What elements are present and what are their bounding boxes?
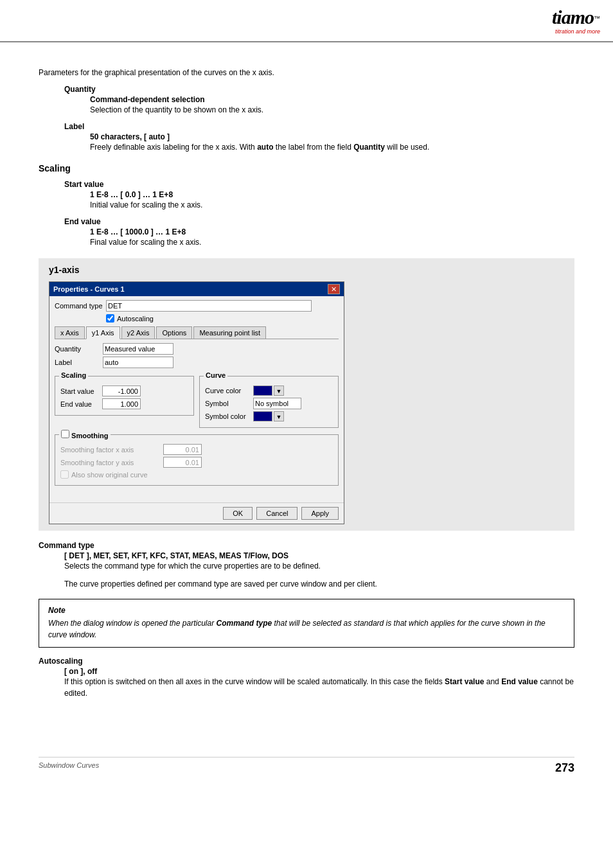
end-value-field-row: End value 1.000 (60, 398, 188, 409)
command-type-section: Command type [ DET ], MET, SET, KFT, KFC… (39, 541, 574, 590)
autoscaling-section: Autoscaling [ on ], off If this option i… (39, 657, 574, 699)
end-value-field-label: End value (60, 400, 102, 408)
autoscaling-bold2: End value (501, 677, 538, 686)
logo-tm: ™ (594, 15, 600, 22)
logo-tagline: titration and more (552, 28, 600, 35)
start-value-desc: Initial value for scaling the x axis. (90, 199, 574, 211)
smoothing-y-label: Smoothing factor y axis (60, 459, 163, 466)
smoothing-box-label: Smoothing (59, 430, 111, 439)
scaling-box: Scaling Start value -1.000 End value 1.0… (55, 376, 194, 416)
footer-left: Subwindow Curves (39, 761, 99, 775)
note-title: Note (48, 606, 565, 615)
symbol-select-wrapper[interactable]: No symbol (253, 398, 301, 409)
label-select[interactable]: auto (103, 357, 173, 368)
quantity-section: Quantity Command-dependent selection Sel… (64, 85, 574, 116)
scaling-group: Scaling Start value -1.000 End value 1.0… (55, 373, 194, 430)
end-value-label: End value (64, 217, 574, 226)
page-footer: Subwindow Curves 273 (39, 757, 574, 775)
note-text: When the dialog window is opened the par… (48, 617, 565, 641)
note-box: Note When the dialog window is opened th… (39, 599, 574, 648)
autoscaling-content: [ on ], off If this option is switched o… (64, 667, 574, 699)
label-field-row: Label auto (55, 357, 339, 368)
curve-color-box (253, 385, 272, 396)
cancel-button[interactable]: Cancel (256, 507, 298, 520)
smoothing-y-row: Smoothing factor y axis 0.01 (60, 457, 333, 468)
end-value-range: 1 E-8 … [ 1000.0 ] … 1 E+8 (90, 227, 574, 236)
label-field-label: Label (55, 359, 103, 366)
symbol-color-select-wrapper[interactable]: ▼ (274, 411, 284, 421)
start-value-content: 1 E-8 … [ 0.0 ] … 1 E+8 Initial value fo… (90, 190, 574, 211)
y1axis-section: y1-axis Properties - Curves 1 ✕ Command … (39, 258, 574, 531)
scaling-box-label: Scaling (59, 371, 88, 379)
symbol-label: Symbol (205, 400, 253, 407)
smoothing-x-input[interactable]: 0.01 (163, 444, 202, 455)
quantity-select[interactable]: Measured value (103, 343, 173, 355)
apply-button[interactable]: Apply (301, 507, 339, 520)
start-value-range: 1 E-8 … [ 0.0 ] … 1 E+8 (90, 190, 574, 199)
page-content: Parameters for the graphical presentatio… (0, 54, 613, 801)
tab-y1-axis[interactable]: y1 Axis (86, 326, 120, 339)
dialog-tabs: x Axis y1 Axis y2 Axis Options Measuring… (55, 326, 339, 339)
properties-dialog: Properties - Curves 1 ✕ Command type DET (49, 281, 344, 524)
page-header: tiamo™ titration and more (0, 0, 613, 42)
symbol-color-row: Symbol color ▼ (205, 411, 333, 421)
scaling-content: Start value 1 E-8 … [ 0.0 ] … 1 E+8 Init… (64, 180, 574, 248)
curve-box-label: Curve (204, 371, 227, 379)
quantity-label: Quantity (64, 85, 574, 94)
dialog-close-button[interactable]: ✕ (328, 284, 340, 294)
tab-x-axis[interactable]: x Axis (55, 326, 85, 339)
curve-color-select-wrapper[interactable]: ▼ (274, 385, 284, 396)
autoscaling-section-title: Autoscaling (39, 657, 574, 666)
also-show-label: Also show original curve (71, 471, 148, 479)
curve-group: Curve Curve color ▼ (199, 373, 339, 430)
start-value-field-label: Start value (60, 387, 102, 395)
autoscaling-mid: and (484, 677, 501, 686)
quantity-select-wrapper[interactable]: Measured value (103, 343, 173, 355)
start-value-input[interactable]: -1.000 (102, 385, 141, 396)
symbol-color-label: Symbol color (205, 412, 253, 420)
label-desc-part1: Freely definable axis labeling for the x… (90, 143, 257, 152)
note-text-part1: When the dialog window is opened the par… (48, 619, 217, 628)
curve-color-label: Curve color (205, 387, 253, 394)
end-value-content: 1 E-8 … [ 1000.0 ] … 1 E+8 Final value f… (90, 227, 574, 248)
intro-text: Parameters for the graphical presentatio… (39, 67, 574, 78)
label-content: 50 characters, [ auto ] Freely definable… (90, 132, 574, 153)
label-select-wrapper[interactable]: auto (103, 357, 173, 368)
quantity-field-label: Quantity (55, 345, 103, 353)
command-type-select-wrapper[interactable]: DET (106, 300, 312, 312)
tab-options[interactable]: Options (156, 326, 192, 339)
smoothing-y-input[interactable]: 0.01 (163, 457, 202, 468)
smoothing-x-row: Smoothing factor x axis 0.01 (60, 444, 333, 455)
autoscaling-checkbox[interactable] (106, 314, 114, 323)
footer-right: 273 (555, 761, 574, 775)
command-type-desc1: Selects the command type for which the c… (64, 560, 574, 572)
start-value-label: Start value (64, 180, 574, 189)
command-type-desc2: The curve properties defined per command… (64, 578, 574, 590)
symbol-color-dropdown-arrow[interactable]: ▼ (274, 411, 284, 421)
label-desc-part2: the label from the field (273, 143, 353, 152)
dialog-titlebar: Properties - Curves 1 ✕ (49, 282, 344, 296)
command-type-select[interactable]: DET (106, 300, 312, 312)
dialog-buttons: OK Cancel Apply (49, 502, 344, 524)
also-show-row: Also show original curve (60, 470, 333, 479)
label-desc-bold: auto (257, 143, 273, 152)
ok-button[interactable]: OK (223, 507, 253, 520)
autoscaling-label: Autoscaling (117, 315, 154, 323)
smoothing-checkbox[interactable] (61, 430, 69, 438)
autoscaling-row: Autoscaling (106, 314, 339, 323)
command-type-values: [ DET ], MET, SET, KFT, KFC, STAT, MEAS,… (64, 551, 574, 560)
tab-measuring-point-list[interactable]: Measuring point list (193, 326, 266, 339)
also-show-checkbox[interactable] (60, 470, 69, 479)
label-desc-part3: will be used. (385, 143, 429, 152)
tab-y2-axis[interactable]: y2 Axis (121, 326, 155, 339)
symbol-color-box (253, 411, 272, 421)
command-type-section-title: Command type (39, 541, 574, 550)
end-value-input[interactable]: 1.000 (102, 398, 141, 409)
autoscaling-desc1: If this option is switched on then all a… (64, 677, 445, 686)
dialog-body: Command type DET Autoscaling x Axis y1 A… (49, 296, 344, 502)
curve-box: Curve Curve color ▼ (199, 376, 339, 428)
note-text-bold: Command type (217, 619, 272, 628)
command-type-row: Command type DET (55, 300, 339, 312)
symbol-select[interactable]: No symbol (253, 398, 301, 409)
scaling-section: Scaling Start value 1 E-8 … [ 0.0 ] … 1 … (39, 163, 574, 248)
